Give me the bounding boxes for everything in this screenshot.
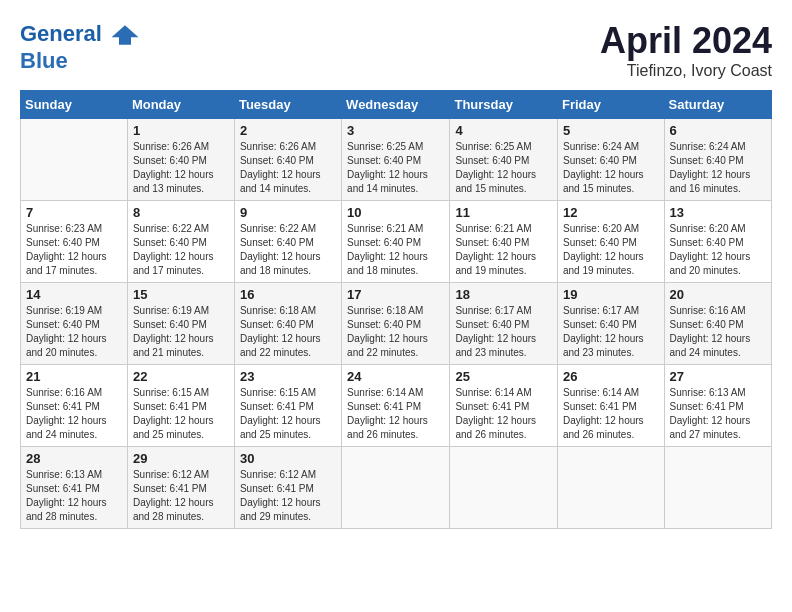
day-number: 21 xyxy=(26,369,122,384)
calendar-cell xyxy=(558,447,665,529)
day-number: 17 xyxy=(347,287,444,302)
day-number: 24 xyxy=(347,369,444,384)
day-info: Sunrise: 6:12 AM Sunset: 6:41 PM Dayligh… xyxy=(240,468,336,524)
week-row-0: 1Sunrise: 6:26 AM Sunset: 6:40 PM Daylig… xyxy=(21,119,772,201)
calendar-cell: 13Sunrise: 6:20 AM Sunset: 6:40 PM Dayli… xyxy=(664,201,771,283)
day-info: Sunrise: 6:25 AM Sunset: 6:40 PM Dayligh… xyxy=(455,140,552,196)
day-info: Sunrise: 6:15 AM Sunset: 6:41 PM Dayligh… xyxy=(133,386,229,442)
calendar-cell: 2Sunrise: 6:26 AM Sunset: 6:40 PM Daylig… xyxy=(234,119,341,201)
day-info: Sunrise: 6:26 AM Sunset: 6:40 PM Dayligh… xyxy=(133,140,229,196)
day-info: Sunrise: 6:26 AM Sunset: 6:40 PM Dayligh… xyxy=(240,140,336,196)
calendar-cell: 15Sunrise: 6:19 AM Sunset: 6:40 PM Dayli… xyxy=(127,283,234,365)
calendar-cell xyxy=(21,119,128,201)
day-number: 9 xyxy=(240,205,336,220)
calendar-cell xyxy=(342,447,450,529)
week-row-2: 14Sunrise: 6:19 AM Sunset: 6:40 PM Dayli… xyxy=(21,283,772,365)
weekday-friday: Friday xyxy=(558,91,665,119)
weekday-thursday: Thursday xyxy=(450,91,558,119)
day-number: 13 xyxy=(670,205,766,220)
day-number: 26 xyxy=(563,369,659,384)
week-row-1: 7Sunrise: 6:23 AM Sunset: 6:40 PM Daylig… xyxy=(21,201,772,283)
calendar-cell: 10Sunrise: 6:21 AM Sunset: 6:40 PM Dayli… xyxy=(342,201,450,283)
week-row-4: 28Sunrise: 6:13 AM Sunset: 6:41 PM Dayli… xyxy=(21,447,772,529)
day-info: Sunrise: 6:21 AM Sunset: 6:40 PM Dayligh… xyxy=(347,222,444,278)
svg-marker-0 xyxy=(112,25,139,45)
day-info: Sunrise: 6:18 AM Sunset: 6:40 PM Dayligh… xyxy=(240,304,336,360)
day-info: Sunrise: 6:14 AM Sunset: 6:41 PM Dayligh… xyxy=(455,386,552,442)
week-row-3: 21Sunrise: 6:16 AM Sunset: 6:41 PM Dayli… xyxy=(21,365,772,447)
calendar-cell: 26Sunrise: 6:14 AM Sunset: 6:41 PM Dayli… xyxy=(558,365,665,447)
calendar-cell: 30Sunrise: 6:12 AM Sunset: 6:41 PM Dayli… xyxy=(234,447,341,529)
day-info: Sunrise: 6:17 AM Sunset: 6:40 PM Dayligh… xyxy=(563,304,659,360)
day-number: 19 xyxy=(563,287,659,302)
day-number: 25 xyxy=(455,369,552,384)
day-number: 28 xyxy=(26,451,122,466)
calendar-cell: 18Sunrise: 6:17 AM Sunset: 6:40 PM Dayli… xyxy=(450,283,558,365)
logo-text: General xyxy=(20,20,140,50)
logo-blue: Blue xyxy=(20,48,140,74)
day-number: 5 xyxy=(563,123,659,138)
calendar-cell xyxy=(664,447,771,529)
calendar-cell xyxy=(450,447,558,529)
day-number: 30 xyxy=(240,451,336,466)
calendar-cell: 11Sunrise: 6:21 AM Sunset: 6:40 PM Dayli… xyxy=(450,201,558,283)
calendar-cell: 27Sunrise: 6:13 AM Sunset: 6:41 PM Dayli… xyxy=(664,365,771,447)
day-info: Sunrise: 6:20 AM Sunset: 6:40 PM Dayligh… xyxy=(563,222,659,278)
day-number: 7 xyxy=(26,205,122,220)
day-info: Sunrise: 6:16 AM Sunset: 6:40 PM Dayligh… xyxy=(670,304,766,360)
calendar-cell: 24Sunrise: 6:14 AM Sunset: 6:41 PM Dayli… xyxy=(342,365,450,447)
day-number: 10 xyxy=(347,205,444,220)
calendar-cell: 22Sunrise: 6:15 AM Sunset: 6:41 PM Dayli… xyxy=(127,365,234,447)
day-number: 16 xyxy=(240,287,336,302)
calendar-cell: 14Sunrise: 6:19 AM Sunset: 6:40 PM Dayli… xyxy=(21,283,128,365)
calendar-cell: 8Sunrise: 6:22 AM Sunset: 6:40 PM Daylig… xyxy=(127,201,234,283)
day-info: Sunrise: 6:25 AM Sunset: 6:40 PM Dayligh… xyxy=(347,140,444,196)
day-number: 23 xyxy=(240,369,336,384)
day-info: Sunrise: 6:22 AM Sunset: 6:40 PM Dayligh… xyxy=(240,222,336,278)
day-info: Sunrise: 6:14 AM Sunset: 6:41 PM Dayligh… xyxy=(563,386,659,442)
day-info: Sunrise: 6:15 AM Sunset: 6:41 PM Dayligh… xyxy=(240,386,336,442)
day-info: Sunrise: 6:23 AM Sunset: 6:40 PM Dayligh… xyxy=(26,222,122,278)
day-number: 12 xyxy=(563,205,659,220)
logo: General Blue xyxy=(20,20,140,74)
calendar: SundayMondayTuesdayWednesdayThursdayFrid… xyxy=(20,90,772,529)
day-number: 22 xyxy=(133,369,229,384)
calendar-cell: 23Sunrise: 6:15 AM Sunset: 6:41 PM Dayli… xyxy=(234,365,341,447)
calendar-cell: 4Sunrise: 6:25 AM Sunset: 6:40 PM Daylig… xyxy=(450,119,558,201)
day-number: 27 xyxy=(670,369,766,384)
header: General Blue April 2024 Tiefinzo, Ivory … xyxy=(20,20,772,80)
calendar-cell: 7Sunrise: 6:23 AM Sunset: 6:40 PM Daylig… xyxy=(21,201,128,283)
title-area: April 2024 Tiefinzo, Ivory Coast xyxy=(600,20,772,80)
day-number: 3 xyxy=(347,123,444,138)
calendar-cell: 9Sunrise: 6:22 AM Sunset: 6:40 PM Daylig… xyxy=(234,201,341,283)
weekday-monday: Monday xyxy=(127,91,234,119)
day-info: Sunrise: 6:17 AM Sunset: 6:40 PM Dayligh… xyxy=(455,304,552,360)
day-number: 4 xyxy=(455,123,552,138)
day-info: Sunrise: 6:21 AM Sunset: 6:40 PM Dayligh… xyxy=(455,222,552,278)
calendar-cell: 16Sunrise: 6:18 AM Sunset: 6:40 PM Dayli… xyxy=(234,283,341,365)
day-info: Sunrise: 6:16 AM Sunset: 6:41 PM Dayligh… xyxy=(26,386,122,442)
weekday-header-row: SundayMondayTuesdayWednesdayThursdayFrid… xyxy=(21,91,772,119)
day-info: Sunrise: 6:19 AM Sunset: 6:40 PM Dayligh… xyxy=(26,304,122,360)
calendar-cell: 3Sunrise: 6:25 AM Sunset: 6:40 PM Daylig… xyxy=(342,119,450,201)
weekday-wednesday: Wednesday xyxy=(342,91,450,119)
day-number: 15 xyxy=(133,287,229,302)
calendar-cell: 20Sunrise: 6:16 AM Sunset: 6:40 PM Dayli… xyxy=(664,283,771,365)
calendar-cell: 6Sunrise: 6:24 AM Sunset: 6:40 PM Daylig… xyxy=(664,119,771,201)
day-number: 11 xyxy=(455,205,552,220)
weekday-tuesday: Tuesday xyxy=(234,91,341,119)
location-title: Tiefinzo, Ivory Coast xyxy=(600,62,772,80)
calendar-cell: 12Sunrise: 6:20 AM Sunset: 6:40 PM Dayli… xyxy=(558,201,665,283)
day-info: Sunrise: 6:20 AM Sunset: 6:40 PM Dayligh… xyxy=(670,222,766,278)
day-number: 6 xyxy=(670,123,766,138)
calendar-cell: 19Sunrise: 6:17 AM Sunset: 6:40 PM Dayli… xyxy=(558,283,665,365)
day-number: 20 xyxy=(670,287,766,302)
day-info: Sunrise: 6:19 AM Sunset: 6:40 PM Dayligh… xyxy=(133,304,229,360)
calendar-cell: 1Sunrise: 6:26 AM Sunset: 6:40 PM Daylig… xyxy=(127,119,234,201)
weekday-sunday: Sunday xyxy=(21,91,128,119)
calendar-cell: 28Sunrise: 6:13 AM Sunset: 6:41 PM Dayli… xyxy=(21,447,128,529)
day-number: 14 xyxy=(26,287,122,302)
day-info: Sunrise: 6:22 AM Sunset: 6:40 PM Dayligh… xyxy=(133,222,229,278)
month-title: April 2024 xyxy=(600,20,772,62)
day-number: 1 xyxy=(133,123,229,138)
